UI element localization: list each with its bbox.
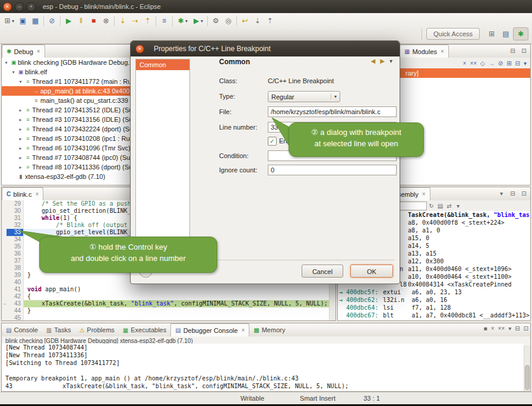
sync-with-debug-icon[interactable]: ⇄: [445, 202, 454, 210]
line-number[interactable]: 40: [7, 279, 24, 286]
dialog-title-bar[interactable]: × Properties for C/C++ Line Breakpoint: [131, 41, 400, 56]
quick-access-button[interactable]: Quick Access: [426, 28, 480, 40]
tree-item-thread2[interactable]: ▸ ≡ Thread #2 1073413512 (IDLE) (Susp...: [2, 105, 134, 115]
tab-close-icon[interactable]: ×: [241, 327, 245, 333]
disconnect-icon[interactable]: ⊗: [100, 15, 112, 27]
expand-all-icon[interactable]: ⊞: [506, 60, 511, 67]
last-edit-location-icon[interactable]: ↩: [239, 15, 251, 27]
build-icon[interactable]: ⚙: [210, 15, 222, 27]
minimize-panel-icon[interactable]: ⊟: [508, 189, 517, 198]
step-into-icon[interactable]: ⇣: [116, 15, 129, 27]
refresh-disassembly-icon[interactable]: ↻: [427, 202, 436, 210]
scrollbar-thumb[interactable]: [525, 365, 530, 390]
tab-close-icon[interactable]: ×: [37, 48, 40, 55]
line-number[interactable]: 29: [7, 200, 24, 207]
forward-arrow-icon[interactable]: ▶: [380, 58, 385, 64]
search-icon[interactable]: ◎: [222, 15, 235, 27]
tab-tasks[interactable]: ▥ Tasks: [42, 323, 75, 336]
tab-close-icon[interactable]: ×: [422, 191, 426, 197]
dialog-close-icon[interactable]: ×: [135, 45, 144, 53]
tab-blink-c[interactable]: C blink.c ×: [2, 187, 43, 200]
tree-item-thread8[interactable]: ▸ ≡ Thread #8 1073411336 (dport) (Sus...: [2, 162, 134, 172]
tab-memory[interactable]: ▩ Memory: [249, 323, 289, 336]
previous-annotation-icon[interactable]: ⇡: [264, 15, 276, 27]
window-maximize-icon[interactable]: +: [27, 2, 36, 11]
minimize-panel-icon[interactable]: ⊟: [515, 325, 520, 332]
line-number[interactable]: 38: [7, 265, 24, 272]
view-menu-icon[interactable]: ▾: [497, 189, 506, 198]
run-caret-icon[interactable]: ▾: [201, 18, 205, 24]
console-menu-icon[interactable]: ▾: [508, 325, 511, 332]
line-number[interactable]: 42: [7, 293, 24, 300]
show-breakpoints-for-selection-icon[interactable]: ◇: [480, 60, 485, 67]
line-number[interactable]: 31: [7, 215, 24, 222]
sidebar-item-common[interactable]: Common: [136, 59, 189, 70]
skip-breakpoints-icon[interactable]: ⊘: [498, 60, 503, 67]
tree-item-thread4[interactable]: ▸ ≡ Thread #4 1073432224 (dport) (Sus...: [2, 124, 134, 134]
remove-launch-icon[interactable]: ×: [491, 325, 495, 332]
new-wizard-caret-icon[interactable]: ▾: [12, 18, 17, 24]
debug-perspective-icon[interactable]: ✱: [513, 27, 528, 40]
code-line[interactable]: [24, 314, 335, 320]
disassembly-menu-icon[interactable]: ▾: [454, 202, 463, 210]
tree-item-launch-config[interactable]: ▾ ▣ blink checking [GDB Hardware Debug..…: [2, 58, 134, 67]
ignore-count-input[interactable]: [268, 165, 397, 175]
line-number[interactable]: 30: [7, 207, 24, 215]
line-number[interactable]: 41: [7, 286, 24, 293]
tab-close-icon[interactable]: ×: [35, 191, 39, 197]
debug-caret-icon[interactable]: ▾: [185, 18, 190, 24]
window-minimize-icon[interactable]: –: [15, 2, 24, 11]
open-perspective-icon[interactable]: ⊞: [484, 28, 499, 40]
tree-item-elf[interactable]: ▾ ▣ blink.elf: [2, 67, 134, 77]
go-to-file-for-breakpoint-icon[interactable]: →: [489, 60, 495, 67]
code-line[interactable]: {: [24, 293, 335, 300]
show-source-icon[interactable]: ▤: [436, 202, 445, 210]
code-line[interactable]: }: [24, 307, 335, 314]
suspend-icon[interactable]: ‖: [75, 15, 87, 27]
ok-button[interactable]: OK: [350, 265, 393, 278]
tree-item-thread6[interactable]: ▸ ≡ Thread #6 1073431096 (Tmr Svc) (S...: [2, 143, 134, 153]
tree-item-stack-frame-main-task[interactable]: ≡ main_task() at cpu_start.c:339 0x4...: [2, 96, 134, 105]
instruction-stepping-icon[interactable]: ≡: [158, 15, 170, 27]
next-annotation-icon[interactable]: ⇣: [251, 15, 264, 27]
save-icon[interactable]: ▣: [17, 15, 29, 27]
terminate-console-icon[interactable]: ■: [484, 325, 487, 332]
line-number[interactable]: 43: [7, 300, 24, 307]
tree-item-gdb-process[interactable]: ▮ xtensa-esp32-elf-gdb (7.10): [2, 172, 134, 181]
maximize-panel-icon[interactable]: ⊡: [520, 189, 528, 198]
type-dropdown[interactable]: Regular ▾: [268, 91, 340, 102]
console-scrollbar[interactable]: [524, 345, 530, 391]
remove-all-terminated-icon[interactable]: ××: [498, 325, 505, 332]
cancel-button[interactable]: Cancel: [302, 265, 343, 278]
console-output[interactable]: [New Thread 1073408744] [New Thread 1073…: [2, 344, 524, 391]
page-menu-icon[interactable]: ▾: [390, 58, 392, 64]
minimize-panel-icon[interactable]: ⊟: [508, 46, 517, 55]
tree-item-stack-frame-app-main[interactable]: → app_main() at blink.c:43 0x400dbc...: [2, 86, 134, 96]
view-menu-icon[interactable]: ▾: [524, 60, 527, 67]
tree-item-thread5[interactable]: ▸ ≡ Thread #5 1073410208 (ipc1 : Runni..…: [2, 134, 134, 143]
maximize-panel-icon[interactable]: ⊡: [524, 325, 528, 332]
tab-executables[interactable]: ▦ Executables: [119, 323, 170, 336]
tab-debugger-console[interactable]: ▤ Debugger Console ×: [170, 323, 249, 336]
step-return-icon[interactable]: ⇡: [141, 15, 154, 27]
tree-item-thread3[interactable]: ▸ ≡ Thread #3 1073413156 (IDLE) (Susp...: [2, 115, 134, 124]
tab-debug[interactable]: ✱ Debug ×: [2, 45, 45, 58]
skip-all-breakpoints-icon[interactable]: ⊘: [46, 15, 58, 27]
tab-close-icon[interactable]: ×: [441, 48, 444, 55]
save-all-icon[interactable]: ▦: [29, 15, 42, 27]
back-arrow-icon[interactable]: ◀: [371, 58, 376, 64]
tab-problems[interactable]: ⚠ Problems: [75, 323, 118, 336]
step-over-icon[interactable]: ⇢: [129, 15, 141, 27]
tree-item-thread7[interactable]: ▸ ≡ Thread #7 1073408744 (ipc0) (Susp...: [2, 153, 134, 162]
tab-console[interactable]: ▤ Console: [2, 323, 42, 336]
window-close-icon[interactable]: ×: [3, 2, 12, 11]
tree-item-thread1[interactable]: ▾ ≡ Thread #1 1073411772 (main : Runn...: [2, 77, 134, 86]
maximize-panel-icon[interactable]: ⊡: [520, 46, 528, 55]
remove-all-breakpoints-icon[interactable]: ××: [470, 60, 477, 67]
resume-icon[interactable]: ▶: [62, 15, 75, 27]
remove-breakpoint-icon[interactable]: ×: [463, 60, 467, 67]
line-number[interactable]: 45: [7, 314, 24, 320]
collapse-all-icon[interactable]: ⊟: [515, 60, 520, 67]
line-number[interactable]: 39: [7, 272, 24, 279]
code-line[interactable]: void app_main(): [24, 286, 335, 293]
